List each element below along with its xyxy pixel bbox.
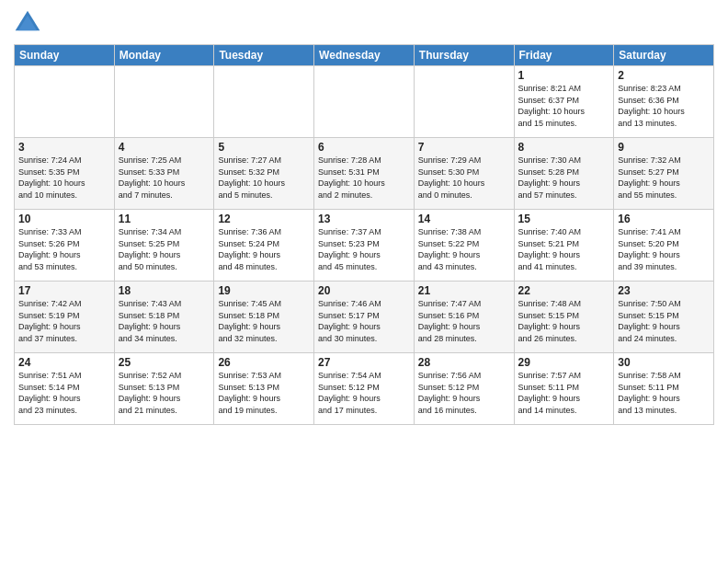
- calendar-cell: 29Sunrise: 7:57 AM Sunset: 5:11 PM Dayli…: [514, 353, 614, 425]
- day-info: Sunrise: 7:24 AM Sunset: 5:35 PM Dayligh…: [18, 155, 110, 201]
- day-info: Sunrise: 7:40 AM Sunset: 5:21 PM Dayligh…: [518, 226, 610, 272]
- calendar-header-wednesday: Wednesday: [314, 45, 415, 66]
- calendar-cell: 6Sunrise: 7:28 AM Sunset: 5:31 PM Daylig…: [314, 138, 415, 210]
- calendar-header-thursday: Thursday: [414, 45, 514, 66]
- day-number: 4: [119, 141, 210, 154]
- day-info: Sunrise: 8:21 AM Sunset: 6:37 PM Dayligh…: [518, 83, 610, 129]
- day-info: Sunrise: 7:53 AM Sunset: 5:13 PM Dayligh…: [218, 370, 310, 416]
- calendar-header-friday: Friday: [514, 45, 614, 66]
- calendar-cell: 4Sunrise: 7:25 AM Sunset: 5:33 PM Daylig…: [114, 138, 214, 210]
- day-info: Sunrise: 7:56 AM Sunset: 5:12 PM Dayligh…: [418, 370, 510, 416]
- calendar-cell: 16Sunrise: 7:41 AM Sunset: 5:20 PM Dayli…: [614, 210, 714, 282]
- day-info: Sunrise: 7:33 AM Sunset: 5:26 PM Dayligh…: [18, 226, 110, 272]
- calendar-cell: 23Sunrise: 7:50 AM Sunset: 5:15 PM Dayli…: [614, 282, 714, 353]
- day-number: 22: [518, 284, 610, 297]
- day-number: 15: [518, 213, 610, 225]
- calendar-cell: [414, 66, 514, 138]
- day-number: 25: [119, 356, 210, 369]
- day-info: Sunrise: 7:45 AM Sunset: 5:18 PM Dayligh…: [218, 298, 310, 344]
- day-info: Sunrise: 7:27 AM Sunset: 5:32 PM Dayligh…: [218, 155, 310, 201]
- calendar-header-monday: Monday: [114, 45, 214, 66]
- calendar-cell: 18Sunrise: 7:43 AM Sunset: 5:18 PM Dayli…: [114, 282, 214, 353]
- day-number: 17: [18, 284, 110, 297]
- calendar-cell: 30Sunrise: 7:58 AM Sunset: 5:11 PM Dayli…: [614, 353, 714, 425]
- day-number: 18: [119, 284, 210, 297]
- calendar-cell: 19Sunrise: 7:45 AM Sunset: 5:18 PM Dayli…: [214, 282, 314, 353]
- day-number: 14: [418, 213, 510, 225]
- calendar-cell: [15, 66, 115, 138]
- calendar-cell: 28Sunrise: 7:56 AM Sunset: 5:12 PM Dayli…: [414, 353, 514, 425]
- day-info: Sunrise: 7:48 AM Sunset: 5:15 PM Dayligh…: [518, 298, 610, 344]
- calendar-cell: 1Sunrise: 8:21 AM Sunset: 6:37 PM Daylig…: [514, 66, 614, 138]
- day-info: Sunrise: 7:29 AM Sunset: 5:30 PM Dayligh…: [418, 155, 510, 201]
- calendar-cell: 20Sunrise: 7:46 AM Sunset: 5:17 PM Dayli…: [314, 282, 415, 353]
- day-info: Sunrise: 7:32 AM Sunset: 5:27 PM Dayligh…: [618, 155, 710, 201]
- calendar-week-row: 24Sunrise: 7:51 AM Sunset: 5:14 PM Dayli…: [15, 353, 714, 425]
- day-number: 27: [318, 356, 410, 369]
- calendar-header-saturday: Saturday: [614, 45, 714, 66]
- day-number: 13: [318, 213, 410, 225]
- day-number: 21: [418, 284, 510, 297]
- calendar-cell: 27Sunrise: 7:54 AM Sunset: 5:12 PM Dayli…: [314, 353, 415, 425]
- calendar-header-row: SundayMondayTuesdayWednesdayThursdayFrid…: [15, 45, 714, 66]
- day-info: Sunrise: 7:58 AM Sunset: 5:11 PM Dayligh…: [618, 370, 710, 416]
- calendar-cell: [114, 66, 214, 138]
- calendar-table: SundayMondayTuesdayWednesdayThursdayFrid…: [14, 44, 714, 425]
- calendar-header-tuesday: Tuesday: [214, 45, 314, 66]
- day-info: Sunrise: 7:36 AM Sunset: 5:24 PM Dayligh…: [218, 226, 310, 272]
- calendar-cell: 15Sunrise: 7:40 AM Sunset: 5:21 PM Dayli…: [514, 210, 614, 282]
- calendar-cell: 26Sunrise: 7:53 AM Sunset: 5:13 PM Dayli…: [214, 353, 314, 425]
- day-info: Sunrise: 7:34 AM Sunset: 5:25 PM Dayligh…: [119, 226, 210, 272]
- calendar-week-row: 1Sunrise: 8:21 AM Sunset: 6:37 PM Daylig…: [15, 66, 714, 138]
- calendar-cell: 24Sunrise: 7:51 AM Sunset: 5:14 PM Dayli…: [15, 353, 115, 425]
- calendar-week-row: 10Sunrise: 7:33 AM Sunset: 5:26 PM Dayli…: [15, 210, 714, 282]
- day-info: Sunrise: 7:50 AM Sunset: 5:15 PM Dayligh…: [618, 298, 710, 344]
- calendar-cell: 10Sunrise: 7:33 AM Sunset: 5:26 PM Dayli…: [15, 210, 115, 282]
- calendar-cell: 22Sunrise: 7:48 AM Sunset: 5:15 PM Dayli…: [514, 282, 614, 353]
- day-number: 11: [119, 213, 210, 225]
- day-info: Sunrise: 7:42 AM Sunset: 5:19 PM Dayligh…: [18, 298, 110, 344]
- day-info: Sunrise: 7:28 AM Sunset: 5:31 PM Dayligh…: [318, 155, 410, 201]
- calendar-cell: 13Sunrise: 7:37 AM Sunset: 5:23 PM Dayli…: [314, 210, 415, 282]
- day-number: 19: [218, 284, 310, 297]
- calendar-cell: [314, 66, 415, 138]
- calendar-cell: 21Sunrise: 7:47 AM Sunset: 5:16 PM Dayli…: [414, 282, 514, 353]
- calendar-cell: 12Sunrise: 7:36 AM Sunset: 5:24 PM Dayli…: [214, 210, 314, 282]
- day-info: Sunrise: 7:51 AM Sunset: 5:14 PM Dayligh…: [18, 370, 110, 416]
- calendar-cell: 17Sunrise: 7:42 AM Sunset: 5:19 PM Dayli…: [15, 282, 115, 353]
- calendar-cell: 7Sunrise: 7:29 AM Sunset: 5:30 PM Daylig…: [414, 138, 514, 210]
- day-number: 24: [18, 356, 110, 369]
- logo: [14, 9, 45, 37]
- header-row: [14, 9, 714, 37]
- day-number: 23: [618, 284, 710, 297]
- day-info: Sunrise: 7:52 AM Sunset: 5:13 PM Dayligh…: [119, 370, 210, 416]
- logo-icon: [14, 9, 41, 37]
- calendar-cell: 2Sunrise: 8:23 AM Sunset: 6:36 PM Daylig…: [614, 66, 714, 138]
- day-info: Sunrise: 7:54 AM Sunset: 5:12 PM Dayligh…: [318, 370, 410, 416]
- calendar-week-row: 3Sunrise: 7:24 AM Sunset: 5:35 PM Daylig…: [15, 138, 714, 210]
- day-number: 6: [318, 141, 410, 154]
- day-number: 7: [418, 141, 510, 154]
- day-info: Sunrise: 7:43 AM Sunset: 5:18 PM Dayligh…: [119, 298, 210, 344]
- day-info: Sunrise: 7:57 AM Sunset: 5:11 PM Dayligh…: [518, 370, 610, 416]
- day-number: 26: [218, 356, 310, 369]
- day-number: 1: [518, 69, 610, 82]
- calendar-cell: 3Sunrise: 7:24 AM Sunset: 5:35 PM Daylig…: [15, 138, 115, 210]
- day-number: 29: [518, 356, 610, 369]
- page-container: SundayMondayTuesdayWednesdayThursdayFrid…: [0, 0, 728, 563]
- day-number: 9: [618, 141, 710, 154]
- day-number: 2: [618, 69, 710, 82]
- day-number: 8: [518, 141, 610, 154]
- calendar-cell: 9Sunrise: 7:32 AM Sunset: 5:27 PM Daylig…: [614, 138, 714, 210]
- calendar-cell: 14Sunrise: 7:38 AM Sunset: 5:22 PM Dayli…: [414, 210, 514, 282]
- day-info: Sunrise: 7:41 AM Sunset: 5:20 PM Dayligh…: [618, 226, 710, 272]
- day-number: 12: [218, 213, 310, 225]
- day-info: Sunrise: 8:23 AM Sunset: 6:36 PM Dayligh…: [618, 83, 710, 129]
- day-number: 20: [318, 284, 410, 297]
- day-number: 30: [618, 356, 710, 369]
- day-number: 3: [18, 141, 110, 154]
- day-info: Sunrise: 7:37 AM Sunset: 5:23 PM Dayligh…: [318, 226, 410, 272]
- day-info: Sunrise: 7:30 AM Sunset: 5:28 PM Dayligh…: [518, 155, 610, 201]
- calendar-cell: 25Sunrise: 7:52 AM Sunset: 5:13 PM Dayli…: [114, 353, 214, 425]
- calendar-week-row: 17Sunrise: 7:42 AM Sunset: 5:19 PM Dayli…: [15, 282, 714, 353]
